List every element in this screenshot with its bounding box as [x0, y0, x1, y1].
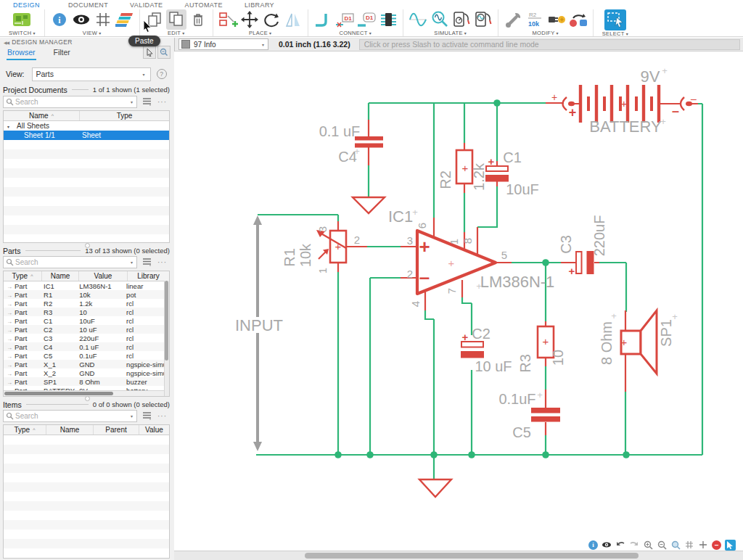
value-icon[interactable]: R210k	[525, 9, 545, 30]
collapse-panel-icon[interactable]: ◀◀	[4, 40, 9, 45]
undo-icon[interactable]	[615, 540, 625, 550]
parts-table-row[interactable]: →PartIC1LM386N-1linear	[4, 281, 169, 290]
schematic-label: +	[621, 336, 628, 348]
column-header-value[interactable]: Value	[139, 425, 169, 435]
info-icon[interactable]: i	[588, 540, 598, 550]
net-label-icon[interactable]: D1	[334, 9, 355, 30]
panel-cursor-button[interactable]	[143, 46, 156, 59]
more-options-icon[interactable]: ···	[157, 98, 167, 106]
redo-icon[interactable]	[629, 540, 639, 550]
splice-out-icon[interactable]	[568, 9, 588, 30]
parts-table-row[interactable]: →PartC110uFrcl	[4, 316, 169, 325]
schematic-label: +	[569, 105, 577, 120]
parts-table-row[interactable]: →PartX_1GNDngspice-simulatio	[4, 360, 169, 368]
tab-browser[interactable]: Browser	[7, 46, 36, 60]
parts-table-row[interactable]: →PartC50.1uFrcl	[4, 351, 169, 360]
oscilloscope-icon[interactable]	[473, 9, 493, 30]
info-icon[interactable]: i	[49, 9, 70, 30]
parts-search-input[interactable]	[14, 258, 129, 267]
multimeter-icon[interactable]	[451, 9, 472, 30]
column-header-type[interactable]: Type^	[4, 425, 46, 435]
svg-text:R2: R2	[529, 12, 537, 18]
column-header-name[interactable]: Name	[42, 271, 79, 281]
parts-table-row[interactable]: →PartR110kpot	[4, 290, 169, 299]
command-line-input[interactable]	[359, 39, 740, 50]
eye-icon[interactable]	[602, 540, 612, 550]
sine-icon[interactable]	[408, 9, 428, 30]
parts-vertical-scrollbar[interactable]	[164, 281, 169, 396]
cursor-coordinates: 0.01 inch (1.16 3.22)	[279, 40, 350, 49]
canvas-horizontal-scrollbar[interactable]	[174, 551, 743, 560]
mirror-icon[interactable]	[283, 9, 303, 30]
splice-in-icon[interactable]	[546, 9, 567, 30]
parts-table-row[interactable]: →PartC210 uFrcl	[4, 325, 169, 334]
more-options-icon[interactable]: ···	[157, 412, 167, 420]
panel-zoom-button[interactable]	[157, 46, 171, 59]
tree-expand-icon[interactable]: ▾	[7, 125, 9, 129]
column-header-name[interactable]: Name^	[4, 111, 80, 120]
layers-icon[interactable]	[115, 9, 135, 30]
scrollbar-thumb[interactable]	[305, 553, 639, 559]
ic-pins-icon[interactable]	[378, 9, 398, 30]
schematic-label: +	[551, 91, 557, 103]
menu-tab-validate[interactable]: VALIDATE	[130, 0, 163, 9]
menu-tab-automate[interactable]: AUTOMATE	[185, 0, 223, 9]
items-search[interactable]: ▾	[3, 410, 137, 422]
column-header-type[interactable]: Type	[80, 111, 169, 120]
delete-icon[interactable]	[188, 9, 208, 30]
grid-icon[interactable]	[93, 9, 113, 30]
list-options-icon[interactable]	[142, 97, 152, 106]
column-header-library[interactable]: Library	[128, 271, 169, 281]
eye-icon[interactable]	[71, 9, 91, 30]
layer-select[interactable]: 97 Info ▾	[178, 38, 268, 50]
schematic-canvas[interactable]: 9VBATTERY0.1 uFC4C110uFR21.2kIC1LM386N-1…	[174, 52, 743, 551]
select-icon[interactable]	[604, 9, 626, 30]
parts-table-row[interactable]: →PartR310rcl	[4, 308, 169, 316]
tab-filter[interactable]: Filter	[53, 46, 71, 60]
column-header-name[interactable]: Name	[46, 425, 94, 435]
column-header-type[interactable]: Type^	[4, 271, 42, 281]
parts-table-row[interactable]: →PartX_2GNDngspice-simulatio	[4, 368, 169, 377]
select-icon[interactable]	[725, 540, 736, 551]
list-options-icon[interactable]	[142, 258, 152, 266]
place-part-icon[interactable]	[218, 9, 238, 30]
parts-table-row[interactable]: →PartC40.1 uFrcl	[4, 342, 169, 351]
zoom-in-icon[interactable]	[643, 540, 653, 550]
crosshair-icon[interactable]	[698, 540, 708, 550]
wrench-icon[interactable]	[503, 9, 523, 30]
bus-label-icon[interactable]: D1	[356, 9, 377, 30]
parts-table-row[interactable]: →PartR21.2krcl	[4, 299, 169, 308]
tree-row-all-sheets[interactable]: ▾ All Sheets	[4, 121, 169, 131]
grid-icon[interactable]	[684, 540, 694, 550]
switch-board-icon[interactable]	[12, 9, 32, 30]
view-dropdown[interactable]: Parts ▾	[32, 67, 151, 81]
component-gnd-bottom	[419, 479, 451, 497]
remove-icon[interactable]: –	[712, 540, 721, 550]
more-options-icon[interactable]: ···	[157, 258, 167, 266]
parts-horizontal-scrollbar[interactable]	[4, 390, 164, 396]
wire-icon[interactable]	[313, 9, 333, 30]
schematic-label: +	[537, 390, 543, 400]
paste-icon[interactable]	[166, 9, 186, 30]
rotate-icon[interactable]	[261, 9, 282, 30]
parts-search[interactable]: ▾	[3, 256, 137, 268]
items-search-input[interactable]	[14, 411, 129, 421]
list-options-icon[interactable]	[142, 411, 152, 420]
help-icon[interactable]: ?	[157, 69, 167, 79]
column-header-parent[interactable]: Parent	[94, 425, 139, 435]
schematic-label: +	[462, 331, 469, 343]
menu-tab-document[interactable]: DOCUMENT	[68, 0, 108, 9]
menu-tab-library[interactable]: LIBRARY	[245, 0, 274, 9]
documents-search[interactable]: ▾	[3, 96, 137, 108]
zoom-window-icon[interactable]	[670, 540, 681, 550]
parts-table-row[interactable]: →PartSP18 Ohmbuzzer	[4, 377, 169, 386]
zoom-out-icon[interactable]	[657, 540, 667, 550]
probe-icon[interactable]	[430, 9, 450, 30]
tree-row-sheet[interactable]: Sheet 1/1 Sheet	[4, 131, 169, 140]
move-icon[interactable]	[239, 9, 260, 30]
documents-search-input[interactable]	[14, 97, 129, 107]
parts-table-row[interactable]: →PartC3220uFrcl	[4, 334, 169, 342]
column-header-value[interactable]: Value	[79, 271, 128, 281]
schematic-components[interactable]	[316, 85, 692, 497]
main-toolbar: SWITCH▾ i VIEW▾ EDIT▾	[0, 9, 743, 37]
